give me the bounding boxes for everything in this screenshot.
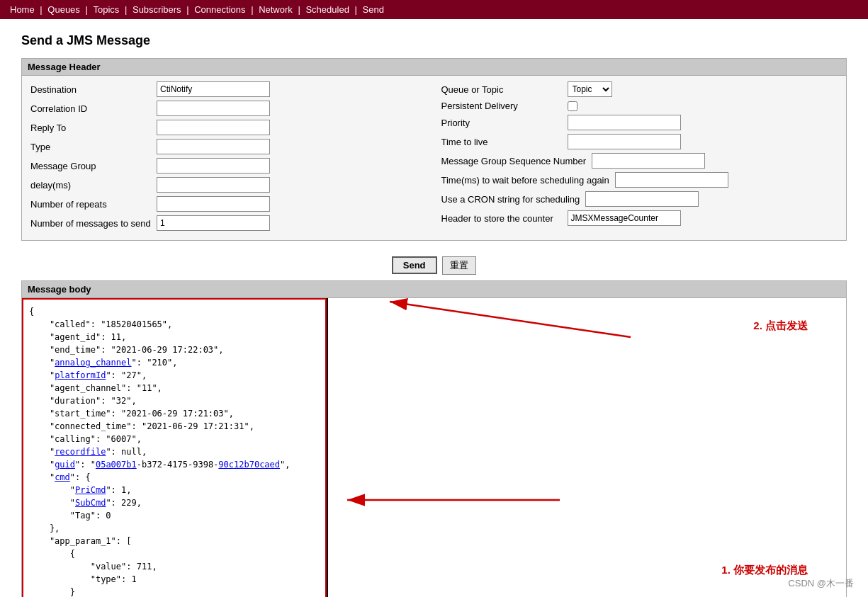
watermark: CSDN @木一番 <box>788 577 854 590</box>
delay-input[interactable] <box>157 177 270 193</box>
queue-or-topic-select[interactable]: Queue Topic <box>568 81 612 97</box>
nav-sep: | <box>355 4 360 15</box>
nav-connections[interactable]: Connections <box>194 4 245 15</box>
message-body-section: Message body { "called": "18520401565", … <box>21 280 847 597</box>
time-wait-label: Time(ms) to wait before scheduling again <box>441 175 609 186</box>
type-input[interactable] <box>157 139 270 154</box>
nav-network[interactable]: Network <box>259 4 293 15</box>
correlation-id-input[interactable] <box>157 101 270 116</box>
queue-or-topic-label: Queue or Topic <box>441 84 562 95</box>
nav-send[interactable]: Send <box>363 4 384 15</box>
header-counter-label: Header to store the counter <box>441 213 562 224</box>
msg-group-seq-label: Message Group Sequence Number <box>441 156 587 166</box>
priority-input[interactable] <box>568 115 681 130</box>
nav-home[interactable]: Home <box>10 4 35 15</box>
message-header-section: Message Header Destination Correlation I… <box>21 58 847 241</box>
page-title: Send a JMS Message <box>21 33 847 48</box>
num-repeats-input[interactable] <box>157 196 270 212</box>
nav-queues[interactable]: Queues <box>47 4 80 15</box>
nav-subscribers[interactable]: Subscribers <box>133 4 181 15</box>
destination-label: Destination <box>30 84 151 95</box>
message-body-right <box>327 298 846 597</box>
nav-topics[interactable]: Topics <box>93 4 119 15</box>
nav-scheduled[interactable]: Scheduled <box>305 4 349 15</box>
priority-label: Priority <box>441 118 562 128</box>
header-counter-input[interactable] <box>568 210 681 226</box>
json-content: { "called": "18520401565", "agent_id": 1… <box>29 305 320 597</box>
cron-string-label: Use a CRON string for scheduling <box>441 194 580 205</box>
nav-sep: | <box>186 4 191 15</box>
destination-input[interactable] <box>157 81 270 97</box>
reset-button[interactable]: 重置 <box>442 256 476 275</box>
top-navigation: Home | Queues | Topics | Subscribers | C… <box>0 0 868 19</box>
message-group-label: Message Group <box>30 161 151 171</box>
num-messages-input[interactable] <box>157 215 270 231</box>
type-label: Type <box>30 142 151 152</box>
reply-to-label: Reply To <box>30 123 151 133</box>
num-repeats-label: Number of repeats <box>30 199 151 210</box>
nav-sep: | <box>251 4 256 15</box>
message-body-textarea[interactable]: { "called": "18520401565", "agent_id": 1… <box>22 298 327 597</box>
reply-to-input[interactable] <box>157 120 270 135</box>
msg-group-seq-input[interactable] <box>592 153 705 169</box>
delay-label: delay(ms) <box>30 180 151 191</box>
nav-sep: | <box>85 4 90 15</box>
message-group-input[interactable] <box>157 158 270 174</box>
cron-string-input[interactable] <box>585 191 699 207</box>
num-messages-label: Number of messages to send <box>30 218 151 229</box>
send-button[interactable]: Send <box>392 256 437 274</box>
nav-sep: | <box>40 4 45 15</box>
form-buttons: Send 重置 <box>21 251 847 280</box>
correlation-id-label: Correlation ID <box>30 103 151 114</box>
nav-sep: | <box>125 4 130 15</box>
message-body-title: Message body <box>22 281 846 298</box>
time-to-live-input[interactable] <box>568 134 681 149</box>
message-header-title: Message Header <box>22 59 846 76</box>
persistent-delivery-checkbox[interactable] <box>568 101 577 111</box>
persistent-delivery-label: Persistent Delivery <box>441 101 562 111</box>
nav-sep: | <box>298 4 303 15</box>
time-wait-input[interactable] <box>615 172 728 188</box>
time-to-live-label: Time to live <box>441 137 562 147</box>
